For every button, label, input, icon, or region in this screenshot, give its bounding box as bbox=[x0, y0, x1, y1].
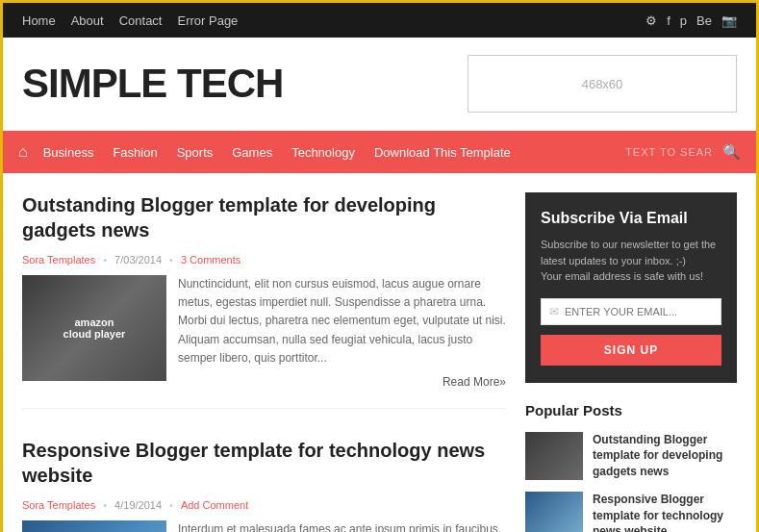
popular-post-item-2: Responsive Blogger template for technolo… bbox=[525, 492, 737, 532]
post-1-body: Nunctincidunt, elit non cursus euismod, … bbox=[178, 275, 506, 389]
nav-link-about[interactable]: About bbox=[71, 13, 104, 28]
post-2-thumb: heritagechristiancolv... bbox=[22, 520, 166, 532]
amazon-logo: amazoncloud player bbox=[63, 317, 126, 340]
cat-sports[interactable]: Sports bbox=[177, 145, 214, 160]
post-item-2: Responsive Blogger template for technolo… bbox=[22, 438, 506, 532]
posts-area: Outstanding Blogger template for develop… bbox=[22, 192, 506, 532]
popular-thumb-img-2 bbox=[525, 492, 583, 532]
site-title: SIMPLE TECH bbox=[22, 61, 283, 107]
post-1-thumb-img: amazoncloud player bbox=[22, 275, 166, 381]
cat-nav-right: TEXT TO SEAR 🔍 bbox=[625, 143, 741, 161]
top-nav: Home About Contact Error Page ⚙ f p Be 📷 bbox=[3, 3, 756, 38]
post-1-date: 7/03/2014 bbox=[114, 254, 162, 266]
post-1-read-more-link[interactable]: Read More» bbox=[443, 375, 506, 389]
signup-button[interactable]: SIGN UP bbox=[541, 335, 721, 366]
popular-thumb-1 bbox=[525, 432, 583, 480]
post-2-author: Sora Templates bbox=[22, 499, 95, 511]
cat-download[interactable]: Download This Template bbox=[374, 145, 511, 160]
instagram-icon[interactable]: 📷 bbox=[721, 13, 737, 28]
popular-post-item-1: Outstanding Blogger template for develop… bbox=[525, 432, 737, 480]
post-1-excerpt: Nunctincidunt, elit non cursus euismod, … bbox=[178, 275, 506, 367]
subscribe-title: Subscribe Via Email bbox=[541, 210, 721, 227]
site-header: SIMPLE TECH 468x60 bbox=[3, 38, 756, 131]
post-1-thumb: amazoncloud player bbox=[22, 275, 166, 381]
nav-link-contact[interactable]: Contact bbox=[119, 13, 163, 28]
home-icon[interactable]: ⌂ bbox=[18, 143, 28, 161]
post-2-thumb-img: heritagechristiancolv... bbox=[22, 520, 166, 532]
post-2-date: 4/19/2014 bbox=[114, 499, 162, 511]
post-1-content-row: amazoncloud player Nunctincidunt, elit n… bbox=[22, 275, 506, 389]
popular-posts-title: Popular Posts bbox=[525, 402, 737, 418]
cat-technology[interactable]: Technology bbox=[291, 145, 355, 160]
post-1-meta: Sora Templates • 7/03/2014 • 3 Comments bbox=[22, 254, 506, 266]
post-1-read-more: Read More» bbox=[178, 375, 506, 389]
search-hint-text: TEXT TO SEAR bbox=[625, 146, 713, 158]
popular-thumb-img-1 bbox=[525, 432, 583, 480]
email-field[interactable] bbox=[565, 306, 713, 317]
post-2-comments[interactable]: Add Comment bbox=[181, 499, 248, 511]
subscribe-box: Subscribe Via Email Subscribe to our new… bbox=[525, 192, 737, 383]
envelope-icon: ✉ bbox=[549, 305, 559, 318]
cat-games[interactable]: Games bbox=[232, 145, 272, 160]
post-2-body: Interdum et malesuada fames ac ante ipsu… bbox=[178, 520, 506, 532]
pinterest-icon[interactable]: p bbox=[680, 13, 687, 28]
subscribe-desc: Subscribe to our newsletter to get the l… bbox=[541, 237, 721, 285]
popular-post-1-title[interactable]: Outstanding Blogger template for develop… bbox=[593, 432, 737, 480]
sidebar: Subscribe Via Email Subscribe to our new… bbox=[525, 192, 737, 532]
cat-nav-items: Business Fashion Sports Games Technology… bbox=[43, 145, 625, 160]
cat-nav: ⌂ Business Fashion Sports Games Technolo… bbox=[3, 131, 756, 173]
search-icon[interactable]: 🔍 bbox=[722, 143, 741, 161]
settings-icon[interactable]: ⚙ bbox=[645, 13, 657, 28]
email-input-wrap: ✉ bbox=[541, 298, 721, 325]
top-nav-icons: ⚙ f p Be 📷 bbox=[645, 13, 737, 28]
post-2-title: Responsive Blogger template for technolo… bbox=[22, 438, 506, 488]
post-2-excerpt: Interdum et malesuada fames ac ante ipsu… bbox=[178, 520, 506, 532]
ad-banner: 468x60 bbox=[468, 55, 737, 113]
post-2-meta: Sora Templates • 4/19/2014 • Add Comment bbox=[22, 499, 506, 511]
post-1-title: Outstanding Blogger template for develop… bbox=[22, 192, 506, 242]
behance-icon[interactable]: Be bbox=[696, 13, 712, 28]
page-wrapper: Home About Contact Error Page ⚙ f p Be 📷… bbox=[0, 0, 759, 532]
popular-thumb-2 bbox=[525, 492, 583, 532]
post-item-1: Outstanding Blogger template for develop… bbox=[22, 192, 506, 409]
post-1-author: Sora Templates bbox=[22, 254, 95, 266]
post-1-comments[interactable]: 3 Comments bbox=[181, 254, 240, 266]
top-nav-links: Home About Contact Error Page bbox=[22, 13, 238, 28]
main-container: Outstanding Blogger template for develop… bbox=[3, 173, 756, 532]
cat-business[interactable]: Business bbox=[43, 145, 94, 160]
nav-link-error[interactable]: Error Page bbox=[177, 13, 238, 28]
cat-fashion[interactable]: Fashion bbox=[113, 145, 157, 160]
facebook-icon[interactable]: f bbox=[667, 13, 670, 28]
nav-link-home[interactable]: Home bbox=[22, 13, 56, 28]
post-2-content-row: heritagechristiancolv... Interdum et mal… bbox=[22, 520, 506, 532]
popular-posts: Popular Posts Outstanding Blogger templa… bbox=[525, 402, 737, 533]
popular-post-2-title[interactable]: Responsive Blogger template for technolo… bbox=[593, 492, 737, 532]
ad-banner-text: 468x60 bbox=[582, 77, 623, 91]
